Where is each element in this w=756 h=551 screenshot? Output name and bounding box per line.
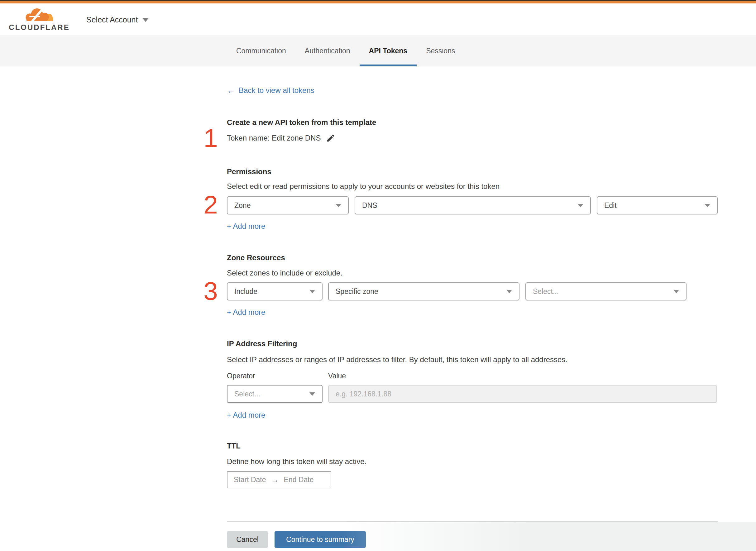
permission-resource-select[interactable]: DNS [354,196,591,214]
step-number-3: 3 [202,278,219,304]
zone-picker-select[interactable]: Select... [525,283,687,301]
zone-include-select[interactable]: Include [227,283,322,301]
tab-sessions[interactable]: Sessions [417,36,464,66]
select-value: Select... [234,390,260,398]
cloudflare-api-token-page: CLOUDFLARE Select Account Communication … [0,0,756,551]
template-section-title: Create a new API token from this templat… [227,118,376,127]
zone-resources-title: Zone Resources [227,253,285,262]
ip-operator-select[interactable]: Select... [227,385,322,403]
token-name-text: Token name: Edit zone DNS [227,134,321,142]
ttl-description: Define how long this token will stay act… [227,457,366,466]
top-accent-bar [0,1,756,3]
tab-bar: Communication Authentication API Tokens … [0,36,756,66]
cloudflare-cloud-icon [21,6,58,23]
chevron-down-icon [705,204,710,207]
chevron-down-icon [578,204,583,207]
back-arrow-icon: ← [227,86,235,94]
step-number-2: 2 [202,192,219,217]
start-date-placeholder: Start Date [234,476,266,484]
ttl-title: TTL [227,442,240,451]
cloudflare-logo[interactable]: CLOUDFLARE [9,6,69,31]
value-label: Value [328,372,346,380]
permissions-add-more-link[interactable]: + Add more [227,222,265,230]
token-template-form: ← Back to view all tokens 1 Create a new… [227,66,718,551]
permissions-title: Permissions [227,167,271,176]
chevron-down-icon [335,204,341,207]
select-value: Edit [604,201,617,210]
arrow-right-icon: → [271,476,279,484]
operator-label: Operator [227,372,255,380]
tab-label: Authentication [305,47,350,55]
select-value: Zone [234,201,250,210]
chevron-down-icon [506,290,512,293]
permission-access-select[interactable]: Edit [597,196,718,214]
select-value: DNS [362,201,377,210]
ip-value-input [328,385,717,403]
tab-label: Communication [236,47,286,55]
tab-authentication[interactable]: Authentication [295,36,359,66]
footer-divider [227,521,718,522]
zone-type-select[interactable]: Specific zone [328,283,520,301]
tab-label: API Tokens [369,47,408,55]
token-name-row: Token name: Edit zone DNS [227,133,335,143]
step-number-1: 1 [202,125,219,151]
continue-to-summary-button[interactable]: Continue to summary [274,531,366,548]
ip-filtering-add-more-link[interactable]: + Add more [227,411,265,420]
zone-resources-add-more-link[interactable]: + Add more [227,308,265,317]
back-to-tokens-link[interactable]: ← Back to view all tokens [227,86,314,95]
chevron-down-icon [309,392,315,396]
chevron-down-icon [142,18,149,22]
ttl-date-range-picker[interactable]: Start Date → End Date [227,471,331,488]
pencil-icon[interactable] [326,133,335,143]
header: CLOUDFLARE Select Account [0,3,756,36]
permissions-description: Select edit or read permissions to apply… [227,182,500,191]
tab-communication[interactable]: Communication [227,36,295,66]
select-value: Select... [533,288,559,296]
end-date-placeholder: End Date [284,476,314,484]
account-selector-label: Select Account [86,15,138,24]
tab-api-tokens[interactable]: API Tokens [359,36,417,66]
ip-filtering-description: Select IP addresses or ranges of IP addr… [227,355,568,364]
back-link-label: Back to view all tokens [239,86,314,95]
select-value: Include [234,288,257,296]
chevron-down-icon [673,290,679,293]
chevron-down-icon [309,290,315,293]
account-selector[interactable]: Select Account [86,3,149,36]
cancel-button[interactable]: Cancel [227,531,268,548]
zone-resources-description: Select zones to include or exclude. [227,268,342,278]
logo-wordmark: CLOUDFLARE [9,24,69,31]
tab-label: Sessions [426,47,455,55]
ip-filtering-title: IP Address Filtering [227,340,297,349]
select-value: Specific zone [335,288,378,296]
permission-scope-select[interactable]: Zone [227,196,349,214]
